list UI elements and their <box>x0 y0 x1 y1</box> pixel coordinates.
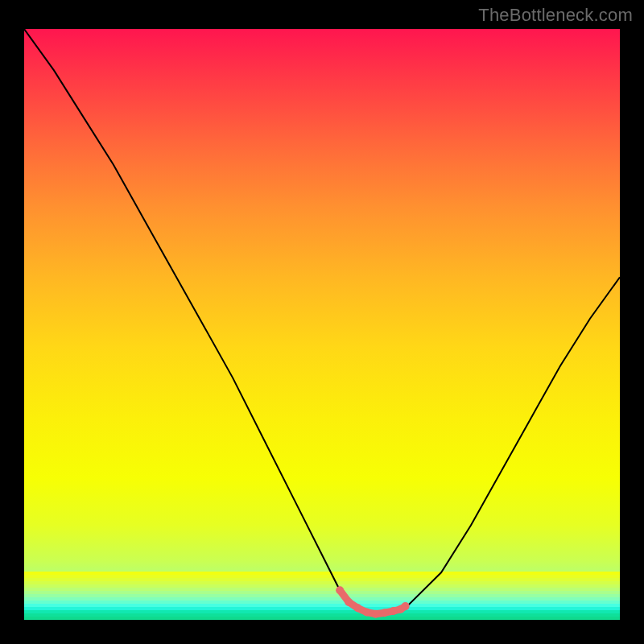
svg-point-8 <box>402 602 410 610</box>
curve-valley-marker <box>336 586 409 617</box>
svg-point-5 <box>381 609 389 617</box>
curve-main <box>24 29 620 614</box>
watermark-text: TheBottleneck.com <box>478 5 633 26</box>
chart-area <box>24 29 620 620</box>
svg-point-6 <box>390 607 398 615</box>
svg-point-3 <box>363 609 371 617</box>
svg-point-4 <box>372 610 380 618</box>
svg-point-0 <box>336 586 344 594</box>
svg-point-1 <box>345 598 353 606</box>
svg-point-2 <box>353 604 361 612</box>
chart-svg <box>24 29 620 620</box>
